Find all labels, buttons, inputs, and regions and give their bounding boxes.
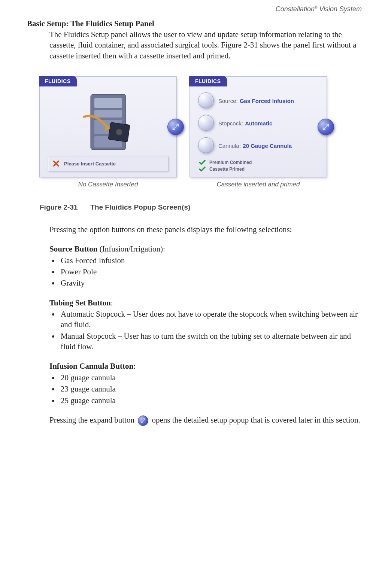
source-value: Gas Forced Infusion <box>240 98 294 104</box>
figure-title: The Fluidics Popup Screen(s) <box>90 203 190 211</box>
tubing-list: Automatic Stopcock – User does not have … <box>49 309 364 352</box>
cannula-button-block: Infusion Cannula Button: 20 guage cannul… <box>49 361 364 405</box>
expand-button[interactable] <box>167 119 184 135</box>
panel-tab: FLUIDICS <box>39 76 77 86</box>
list-item: Gravity <box>59 278 364 288</box>
round-button-icon <box>198 92 214 108</box>
cannula-list: 20 guage cannula 23 guage cannula 25 gua… <box>49 372 364 406</box>
status-text: Cassette Primed <box>209 167 245 172</box>
status-premium-combined: Premium Combined <box>199 160 318 165</box>
expand-button-inline[interactable] <box>138 415 148 426</box>
stopcock-label: Stopcock: <box>218 120 243 127</box>
list-item: Automatic Stopcock – User does not have … <box>59 309 364 330</box>
lead-sentence: Pressing the option buttons on these pan… <box>49 224 364 235</box>
list-item: 23 guage cannula <box>59 384 364 394</box>
machine-illustration <box>49 92 167 152</box>
cannula-value: 20 Gauge Cannula <box>243 143 292 149</box>
source-head: Source Button <box>49 244 98 253</box>
cannula-label: Cannula: <box>218 143 241 149</box>
list-item: 25 guage cannula <box>59 395 364 406</box>
tubing-button-block: Tubing Set Button: Automatic Stopcock – … <box>49 298 364 352</box>
svg-rect-2 <box>94 110 122 118</box>
expand-sentence-a: Pressing the expand button <box>49 415 136 424</box>
check-icon <box>199 167 206 172</box>
stopcock-value: Automatic <box>245 120 272 127</box>
section-heading: Basic Setup: The Fluidics Setup Panel <box>27 19 364 28</box>
figure-caption: Figure 2-31 The Fluidics Popup Screen(s) <box>40 203 364 211</box>
fluidics-panel-no-cassette: FLUIDICS <box>40 77 176 177</box>
source-option[interactable]: Source: Gas Forced Infusion <box>198 92 318 108</box>
source-button-block: Source Button (Infusion/Irrigation): Gas… <box>49 244 364 288</box>
panel-tab: FLUIDICS <box>189 76 227 86</box>
panel-captions: No Cassette Inserted Cassette inserted a… <box>40 181 364 188</box>
expand-sentence: Pressing the expand button opens the det… <box>49 415 364 426</box>
page-footer: 2.42 8065751025 <box>0 584 379 588</box>
expand-button[interactable] <box>318 119 334 135</box>
source-head-tail: (Infusion/Irrigation): <box>98 244 165 253</box>
figure-number: Figure 2-31 <box>40 203 88 211</box>
machine-icon <box>69 94 148 150</box>
source-list: Gas Forced Infusion Power Pole Gravity <box>49 255 364 289</box>
x-icon <box>53 160 60 167</box>
check-icon <box>199 160 206 165</box>
product-name: Constellation <box>276 5 315 13</box>
insert-cassette-text: Please Insert Cassette <box>64 161 116 167</box>
expand-icon <box>172 123 180 131</box>
round-button-icon <box>198 115 214 131</box>
product-tail: Vision System <box>317 5 362 13</box>
expand-sentence-b: opens the detailed setup popup that is c… <box>152 415 360 424</box>
list-item: Manual Stopcock – User has to turn the s… <box>59 331 364 352</box>
cannula-option[interactable]: Cannula: 20 Gauge Cannula <box>198 137 318 153</box>
svg-point-6 <box>116 129 122 135</box>
expand-icon <box>140 418 146 424</box>
fluidics-panel-primed: FLUIDICS Source: Gas Forced Infusion Sto… <box>190 77 327 177</box>
round-button-icon <box>198 137 214 153</box>
stopcock-option[interactable]: Stopcock: Automatic <box>198 115 318 131</box>
intro-paragraph: The Fluidics Setup panel allows the user… <box>49 29 364 61</box>
doc-number: 8065751025 <box>328 587 364 588</box>
running-header: Constellation® Vision System <box>27 5 364 13</box>
status-cassette-primed: Cassette Primed <box>199 167 318 172</box>
caption-right: Cassette inserted and primed <box>190 181 327 188</box>
list-item: Gas Forced Infusion <box>59 255 364 266</box>
figure-row: FLUIDICS <box>40 77 364 177</box>
source-label: Source: <box>218 98 238 104</box>
tubing-head: Tubing Set Button <box>49 298 111 307</box>
page-number: 2.42 <box>2 587 15 588</box>
status-text: Premium Combined <box>209 160 252 165</box>
caption-left: No Cassette Inserted <box>40 181 176 188</box>
expand-icon <box>322 123 330 131</box>
insert-cassette-message: Please Insert Cassette <box>48 156 168 171</box>
list-item: 20 guage cannula <box>59 372 364 383</box>
cannula-head: Infusion Cannula Button <box>49 362 133 371</box>
list-item: Power Pole <box>59 266 364 277</box>
svg-rect-1 <box>94 98 122 108</box>
